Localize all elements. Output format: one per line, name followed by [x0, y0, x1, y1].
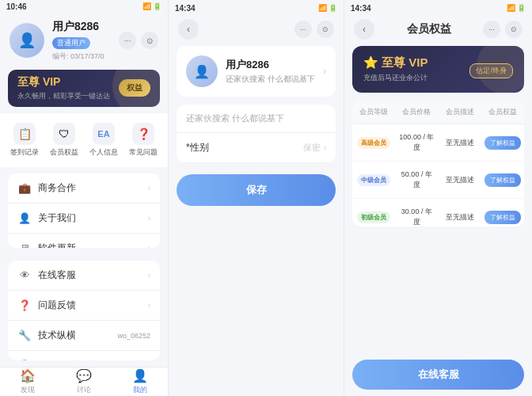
gender-label: *性别 [186, 141, 303, 154]
discussion-icon: 💬 [76, 368, 92, 383]
arrow-icon: › [148, 244, 150, 248]
discover-icon: 🏠 [20, 368, 36, 383]
tech-icon: 🔧 [17, 329, 32, 341]
vip-banner[interactable]: 至尊 VIP 永久畅用，精彩享受一键达达 权益 [8, 70, 160, 108]
arrow-icon: › [148, 184, 150, 192]
edit-form: 还家伙搜索 什么都说基下 *性别 保密 › [177, 105, 336, 163]
feedback-icon: ❓ [17, 299, 32, 311]
time-3: 14:34 [351, 4, 371, 13]
tab-discussion[interactable]: 💬 讨论 [56, 367, 112, 396]
vip2-star-icon: ⭐ [363, 55, 382, 69]
price-low-cell: 30.00 / 年度 [395, 199, 438, 227]
vip-banner-2[interactable]: ⭐ 至尊 VIP 充值后马还业余公计 估定/终身 [352, 46, 524, 93]
settings-icon[interactable]: ⊙ [141, 32, 158, 49]
status-icons-3: 📶 🔋 [507, 4, 526, 12]
checkin-label: 签到记录 [10, 147, 39, 158]
table-row: 初级会员 30.00 / 年度 至无描述 了解权益 [352, 199, 524, 227]
more-btn-3[interactable]: ··· [483, 21, 500, 38]
menu-grid: 📋 签到记录 🛡 会员权益 EA 个人信息 ❓ 常见问题 [0, 113, 168, 167]
status-bar-1: 10:46 📶 🔋 [0, 0, 168, 13]
tab-mine-label: 我的 [133, 385, 147, 395]
feedback-label: 问题反馈 [38, 299, 142, 312]
user-avatar-2: 👤 [186, 55, 218, 87]
profile-label: 个人信息 [89, 147, 118, 158]
grid-checkin[interactable]: 📋 签到记录 [6, 118, 43, 162]
panel-edit: 14:34 📶 🔋 ‹ ··· ⊙ 👤 用户8286 还家伙搜索 什么都说基下 … [168, 0, 344, 396]
desc-low-cell: 至无描述 [439, 204, 481, 227]
field-arrow: › [324, 143, 326, 152]
vip2-tag: 估定/终身 [469, 63, 513, 78]
grid-profile[interactable]: EA 个人信息 [86, 118, 122, 162]
panel-membership: 14:34 📶 🔋 ‹ 会员权益 ··· ⊙ ⭐ 至尊 VIP 充值后马还业余公… [344, 0, 532, 396]
level-badge-mid: 中级会员 [357, 174, 390, 186]
more-btn-2[interactable]: ··· [294, 21, 312, 38]
col-benefit: 会员权益 [481, 101, 524, 124]
header-actions: ··· ⊙ [119, 32, 158, 49]
grid-membership[interactable]: 🛡 会员权益 [46, 118, 82, 162]
vip2-title: ⭐ 至尊 VIP [363, 55, 428, 70]
menu-tech[interactable]: 🔧 技术纵横 wo_06252 [8, 321, 160, 351]
price-high-cell: 100.00 / 年度 [395, 124, 438, 161]
benefit-low-cell: 了解权益 [481, 203, 524, 227]
logout-label: 退出登录 [38, 359, 150, 360]
detail-btn-high[interactable]: 了解权益 [484, 136, 521, 150]
time-2: 14:34 [175, 4, 196, 13]
tab-mine[interactable]: 👤 我的 [112, 367, 168, 396]
profile-icon: EA [93, 123, 115, 145]
level-high-cell: 高级会员 [352, 129, 395, 157]
update-icon: 🖥 [17, 242, 32, 248]
edit-header-icons: ··· ⊙ [294, 21, 334, 38]
detail-btn-low[interactable]: 了解权益 [484, 211, 521, 224]
col-level: 会员等级 [352, 101, 395, 124]
profile-header: 👤 用户8286 普通用户 编号: 03/17/37/0 ··· ⊙ [0, 13, 168, 70]
user-badge: 普通用户 [52, 37, 90, 49]
service-label: 在线客服 [38, 268, 142, 282]
back-button-3[interactable]: ‹ [354, 19, 374, 40]
membership-page-title: 会员权益 [381, 22, 477, 36]
detail-btn-mid[interactable]: 了解权益 [484, 173, 521, 187]
tab-discover[interactable]: 🏠 发现 [0, 367, 56, 396]
faq-icon: ❓ [132, 123, 154, 145]
user-card[interactable]: 👤 用户8286 还家伙搜索 什么都说基下 › [177, 46, 336, 97]
menu-logout[interactable]: 👤 退出登录 [8, 351, 160, 360]
tech-value: wo_06252 [117, 332, 150, 340]
menu-feedback[interactable]: ❓ 问题反馈 › [8, 291, 160, 321]
level-badge-low: 初级会员 [357, 211, 390, 223]
status-bar-2: 14:34 📶 🔋 [169, 0, 344, 16]
about-label: 关于我们 [38, 211, 142, 225]
membership-header-icons: ··· ⊙ [483, 21, 522, 38]
grid-faq[interactable]: ❓ 常见问题 [125, 118, 162, 162]
menu-update[interactable]: 🖥 软件更新 › [8, 234, 160, 248]
time-1: 10:46 [6, 2, 27, 11]
menu-about[interactable]: 👤 关于我们 › [8, 204, 160, 234]
user-name: 用户8286 [52, 20, 111, 34]
gender-field[interactable]: *性别 保密 › [177, 133, 336, 163]
vip-title: 至尊 VIP [17, 75, 110, 89]
membership-label: 会员权益 [50, 147, 78, 158]
level-low-cell: 初级会员 [352, 204, 395, 227]
col-price: 会员价格 [395, 101, 438, 124]
faq-label: 常见问题 [129, 147, 158, 158]
level-mid-cell: 中级会员 [352, 166, 395, 194]
online-service-button[interactable]: 在线客服 [352, 360, 524, 390]
vip-btn[interactable]: 权益 [119, 79, 150, 97]
user-sub-2: 还家伙搜索 什么都说基下 [226, 74, 315, 85]
avatar: 👤 [10, 23, 44, 58]
benefit-high-cell: 了解权益 [481, 128, 524, 158]
back-button[interactable]: ‹ [178, 19, 199, 40]
menu-business[interactable]: 💼 商务合作 › [8, 173, 160, 204]
menu-online-service[interactable]: 👁 在线客服 › [8, 261, 160, 291]
settings-btn-3[interactable]: ⊙ [505, 21, 522, 38]
menu-section-1: 💼 商务合作 › 👤 关于我们 › 🖥 软件更新 › [8, 173, 160, 248]
tab-discover-label: 发现 [21, 385, 35, 395]
user-card-arrow: › [323, 66, 326, 77]
save-button[interactable]: 保存 [177, 174, 336, 206]
edit-header: ‹ ··· ⊙ [169, 16, 344, 46]
benefit-mid-cell: 了解权益 [481, 166, 524, 195]
arrow-icon: › [148, 271, 150, 280]
settings-btn-2[interactable]: ⊙ [317, 21, 334, 38]
vip2-tag-area: 估定/终身 [469, 60, 513, 78]
col-desc: 会员描述 [439, 101, 481, 124]
level-badge-high: 高级会员 [357, 137, 390, 149]
more-button[interactable]: ··· [119, 32, 136, 49]
